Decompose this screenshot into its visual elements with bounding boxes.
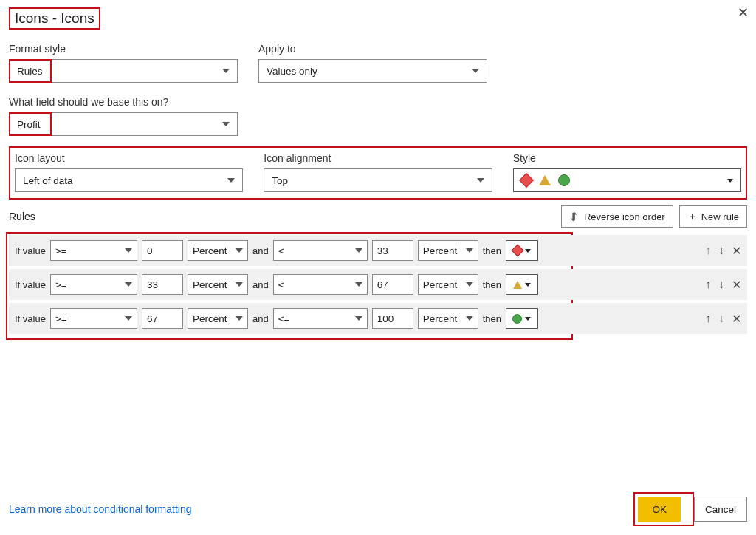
- plus-icon: ＋: [687, 210, 697, 223]
- op2-select[interactable]: <: [273, 274, 368, 295]
- triangle-icon: [513, 281, 522, 289]
- and-label: and: [252, 313, 269, 324]
- format-style-label: Format style: [9, 43, 238, 55]
- rule-row: If value >= 0 Percent and < 33 Percent t…: [9, 235, 747, 266]
- and-label: and: [252, 245, 269, 256]
- chevron-down-icon: [466, 316, 473, 321]
- diamond-icon: [511, 245, 523, 257]
- unit2-select[interactable]: Percent: [418, 240, 478, 261]
- circle-icon: [558, 174, 570, 186]
- icons-dialog: ✕ Icons - Icons Format style Rules Apply…: [0, 0, 756, 535]
- dialog-title: Icons - Icons: [9, 7, 100, 30]
- cancel-button[interactable]: Cancel: [694, 497, 747, 522]
- icon-layout-select[interactable]: Left of data: [15, 168, 243, 192]
- unit1-select[interactable]: Percent: [188, 308, 248, 329]
- chevron-down-icon: [477, 178, 484, 183]
- chevron-down-icon: [125, 316, 132, 321]
- chevron-down-icon: [222, 69, 230, 73]
- base-field-select[interactable]: Profit: [9, 112, 238, 136]
- op2-select[interactable]: <=: [273, 308, 368, 329]
- triangle-icon: [539, 175, 551, 185]
- icon-alignment-label: Icon alignment: [264, 152, 492, 164]
- new-rule-button[interactable]: ＋ New rule: [679, 205, 747, 228]
- sort-icon: [569, 211, 580, 222]
- if-label: If value: [15, 245, 46, 256]
- reverse-icon-order-button[interactable]: Reverse icon order: [561, 205, 673, 228]
- chevron-down-icon: [125, 282, 132, 287]
- value1-input[interactable]: 33: [142, 274, 183, 295]
- op1-select[interactable]: >=: [50, 308, 137, 329]
- chevron-down-icon: [236, 282, 243, 287]
- rule-row: If value >= 67 Percent and <= 100 Percen…: [9, 303, 747, 334]
- rules-list: If value >= 0 Percent and < 33 Percent t…: [9, 235, 747, 334]
- unit2-select[interactable]: Percent: [418, 308, 478, 329]
- icon-picker[interactable]: [506, 308, 538, 329]
- chevron-down-icon: [236, 316, 243, 321]
- diamond-icon: [519, 173, 534, 188]
- and-label: and: [252, 279, 269, 290]
- chevron-down-icon: [125, 248, 132, 253]
- rules-label: Rules: [9, 211, 35, 222]
- circle-icon: [512, 314, 522, 324]
- style-label: Style: [513, 152, 741, 164]
- value1-input[interactable]: 67: [142, 308, 183, 329]
- move-up-icon[interactable]: ↑: [705, 312, 711, 325]
- value2-input[interactable]: 67: [372, 274, 413, 295]
- then-label: then: [483, 245, 501, 256]
- chevron-down-icon: [525, 283, 531, 287]
- op2-select[interactable]: <: [273, 240, 368, 261]
- unit1-select[interactable]: Percent: [188, 274, 248, 295]
- then-label: then: [483, 279, 501, 290]
- icon-alignment-select[interactable]: Top: [264, 168, 492, 192]
- apply-to-value: Values only: [267, 66, 466, 77]
- chevron-down-icon: [525, 249, 531, 253]
- base-field-label: What field should we base this on?: [9, 96, 238, 108]
- op1-select[interactable]: >=: [50, 274, 137, 295]
- value2-input[interactable]: 33: [372, 240, 413, 261]
- ok-button[interactable]: OK: [638, 497, 681, 522]
- move-down-icon[interactable]: ↓: [718, 278, 724, 291]
- delete-rule-icon[interactable]: ✕: [732, 312, 741, 326]
- icon-picker[interactable]: [506, 240, 538, 261]
- chevron-down-icon: [466, 282, 473, 287]
- icon-picker[interactable]: [506, 274, 538, 295]
- chevron-down-icon: [466, 248, 473, 253]
- chevron-down-icon: [236, 248, 243, 253]
- chevron-down-icon: [355, 282, 362, 287]
- unit1-select[interactable]: Percent: [188, 240, 248, 261]
- style-select[interactable]: [513, 168, 741, 192]
- apply-to-label: Apply to: [258, 43, 487, 55]
- format-style-value: Rules: [17, 66, 216, 77]
- chevron-down-icon: [355, 316, 362, 321]
- chevron-down-icon: [472, 69, 479, 73]
- move-up-icon[interactable]: ↑: [705, 278, 711, 291]
- format-style-select[interactable]: Rules: [9, 59, 238, 83]
- chevron-down-icon: [222, 122, 230, 126]
- chevron-down-icon: [355, 248, 362, 253]
- apply-to-select[interactable]: Values only: [258, 59, 487, 83]
- op1-select[interactable]: >=: [50, 240, 137, 261]
- move-down-icon[interactable]: ↓: [718, 244, 724, 257]
- value2-input[interactable]: 100: [372, 308, 413, 329]
- ok-highlight: OK: [633, 492, 694, 526]
- unit2-select[interactable]: Percent: [418, 274, 478, 295]
- base-field-value: Profit: [17, 119, 216, 130]
- chevron-down-icon: [727, 179, 733, 183]
- icon-layout-label: Icon layout: [15, 152, 243, 164]
- learn-more-link[interactable]: Learn more about conditional formatting: [9, 503, 191, 515]
- delete-rule-icon[interactable]: ✕: [732, 244, 741, 258]
- value1-input[interactable]: 0: [142, 240, 183, 261]
- move-down-icon[interactable]: ↓: [718, 312, 724, 325]
- layout-section-highlight: Icon layout Left of data Icon alignment …: [9, 146, 747, 200]
- chevron-down-icon: [525, 317, 531, 321]
- close-icon[interactable]: ✕: [738, 6, 749, 19]
- then-label: then: [483, 313, 501, 324]
- move-up-icon[interactable]: ↑: [705, 244, 711, 257]
- delete-rule-icon[interactable]: ✕: [732, 278, 741, 292]
- if-label: If value: [15, 279, 46, 290]
- chevron-down-icon: [227, 178, 235, 183]
- rule-row: If value >= 33 Percent and < 67 Percent …: [9, 269, 747, 300]
- if-label: If value: [15, 313, 46, 324]
